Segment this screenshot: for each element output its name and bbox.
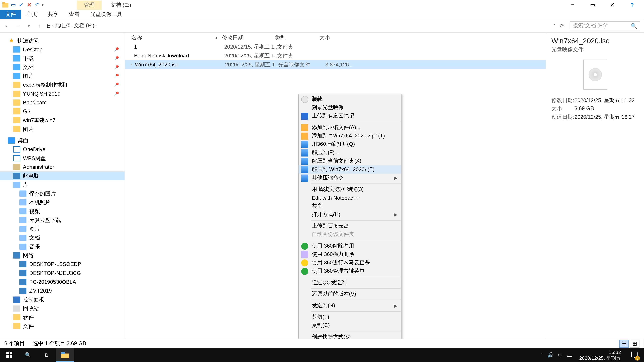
tree-item[interactable]: G:\	[0, 107, 125, 116]
tree-item[interactable]: 下载📍	[0, 54, 125, 63]
context-menu-item[interactable]: 使用 360管理右键菜单	[298, 267, 401, 275]
context-menu-item[interactable]: Edit with Notepad++	[298, 194, 401, 202]
tree-item[interactable]: 视频	[0, 207, 125, 216]
context-menu-item[interactable]: 解压到(F)...	[298, 148, 401, 157]
context-menu-item[interactable]: 装载	[298, 95, 401, 103]
context-menu-item[interactable]: 其他压缩命令▶	[298, 174, 401, 182]
context-menu-item[interactable]: 还原以前的版本(V)	[298, 290, 401, 298]
context-menu-item[interactable]: 添加到压缩文件(A)...	[298, 123, 401, 132]
context-menu-item[interactable]: 用 蜂蜜浏览器 浏览(3)	[298, 185, 401, 194]
tree-item[interactable]: 文件	[0, 322, 125, 331]
qat-delete-icon[interactable]: ✕	[26, 1, 33, 8]
qat-undo-icon[interactable]: ↶	[34, 1, 40, 8]
context-menu-item[interactable]: 复制(C)	[298, 321, 401, 330]
tree-item[interactable]: 此电脑	[0, 171, 125, 180]
tree-item[interactable]: 保存的图片	[0, 189, 125, 198]
address-dropdown[interactable]: ˅	[553, 23, 556, 28]
tray-overflow-icon[interactable]: ˄	[540, 352, 543, 358]
context-menu-item[interactable]: 共享	[298, 202, 401, 210]
tree-item[interactable]: 音乐	[0, 242, 125, 251]
tree-item[interactable]: WPS网盘	[0, 154, 125, 163]
volume-icon[interactable]: 🔊	[548, 352, 554, 358]
column-headers[interactable]: 名称 ▴ 修改日期 类型 大小	[125, 33, 546, 42]
context-menu-item[interactable]: 解压到 Win7x64_2020\ (E)	[298, 165, 401, 174]
context-menu-item[interactable]: 打开方式(H)▶	[298, 210, 401, 219]
tab-file[interactable]: 文件	[0, 10, 21, 19]
security-icon[interactable]: ▬	[567, 353, 572, 358]
search-button[interactable]: 🔍	[18, 348, 37, 362]
tree-item[interactable]: ★快速访问	[0, 36, 125, 45]
context-menu-item[interactable]: 使用 360强力删除	[298, 250, 401, 259]
view-thumbnails-button[interactable]: ▦	[630, 340, 640, 348]
context-menu-item[interactable]: 解压到当前文件夹(X)	[298, 157, 401, 165]
file-row[interactable]: BaiduNetdiskDownload2020/12/25, 星期五 1...…	[125, 51, 546, 60]
col-type[interactable]: 类型	[275, 34, 319, 41]
col-date[interactable]: 修改日期	[222, 34, 275, 41]
tree-item[interactable]: ZMT2019	[0, 286, 125, 295]
tree-item[interactable]: 库	[0, 180, 125, 189]
col-size[interactable]: 大小	[319, 34, 350, 41]
tree-item[interactable]: 网络	[0, 251, 125, 260]
qat-save-icon[interactable]: ✔	[18, 1, 25, 8]
breadcrumb-item[interactable]: 此电脑	[54, 22, 70, 30]
context-menu-item[interactable]: 上传到百度云盘	[298, 222, 401, 230]
tree-item[interactable]: DESKTOP-NJEU3CG	[0, 269, 125, 278]
tree-item[interactable]: 回收站	[0, 304, 125, 313]
tree-item[interactable]: PC-20190530OBLA	[0, 278, 125, 286]
tree-item[interactable]: Bandicam	[0, 98, 125, 107]
context-menu-item[interactable]: 使用 360解除占用	[298, 242, 401, 250]
tree-item[interactable]: 桌面	[0, 136, 125, 145]
tab-view[interactable]: 查看	[64, 10, 85, 19]
context-menu-item[interactable]: 添加到 "Win7x64_2020.zip" (T)	[298, 132, 401, 140]
nav-up[interactable]: ↑	[36, 23, 43, 29]
tree-item[interactable]: 文档	[0, 233, 125, 242]
tree-item[interactable]: 图片	[0, 125, 125, 134]
tree-item[interactable]: 本机照片	[0, 198, 125, 207]
nav-forward[interactable]: →	[14, 23, 22, 29]
refresh-button[interactable]: ⟳	[560, 23, 564, 29]
task-view-button[interactable]: ⧉	[37, 348, 56, 362]
search-input[interactable]: 搜索"文档 (E:)" 🔍	[570, 21, 640, 31]
tree-item[interactable]: OneDrive	[0, 145, 125, 154]
maximize-button[interactable]: ▭	[582, 0, 602, 10]
breadcrumb[interactable]: 🖥 › 此电脑 › 文档 (E:) ›	[46, 22, 96, 30]
context-menu-item[interactable]: 发送到(N)▶	[298, 301, 401, 310]
tree-item[interactable]: 软件	[0, 313, 125, 322]
qat-dropdown[interactable]: ▾	[42, 3, 46, 7]
context-menu-item[interactable]: 通过QQ发送到	[298, 278, 401, 287]
tree-item[interactable]: 图片	[0, 225, 125, 233]
tab-share[interactable]: 共享	[42, 10, 64, 19]
nav-tree[interactable]: ★快速访问Desktop📍下载📍文档📍图片📍excel表格制作求和📍YUNQIS…	[0, 33, 125, 349]
tab-home[interactable]: 主页	[21, 10, 42, 19]
tree-item[interactable]: excel表格制作求和📍	[0, 80, 125, 89]
tree-item[interactable]: Desktop📍	[0, 45, 125, 54]
qat-properties-icon[interactable]: ▭	[10, 1, 17, 8]
nav-recent-dropdown[interactable]: ▾	[25, 24, 33, 28]
tree-item[interactable]: win7重装win7	[0, 116, 125, 125]
tree-item[interactable]: 天翼云盘下载	[0, 216, 125, 225]
taskbar[interactable]: 🔍 ⧉ ˄ 🔊 中 ▬ 16:32 2020/12/25, 星期五 3	[0, 348, 644, 362]
minimize-button[interactable]: ━	[562, 0, 582, 10]
contextual-tab-manage[interactable]: 管理	[77, 0, 102, 9]
tab-disc-image-tools[interactable]: 光盘映像工具	[85, 10, 127, 19]
nav-back[interactable]: ←	[4, 23, 12, 29]
file-list[interactable]: 名称 ▴ 修改日期 类型 大小 12020/12/15, 星期二 1...文件夹…	[125, 33, 546, 349]
context-menu-item[interactable]: 使用 360进行木马云查杀	[298, 259, 401, 267]
context-menu-item[interactable]: 上传到有道云笔记	[298, 112, 401, 120]
col-name[interactable]: 名称	[131, 34, 224, 41]
tree-item[interactable]: YUNQISHI2019📍	[0, 89, 125, 98]
breadcrumb-item[interactable]: 文档 (E:)	[74, 22, 94, 30]
view-details-button[interactable]: ☰	[619, 340, 629, 348]
context-menu[interactable]: 装载刻录光盘映像上传到有道云笔记添加到压缩文件(A)...添加到 "Win7x6…	[298, 94, 402, 362]
context-menu-item[interactable]: 刻录光盘映像	[298, 103, 401, 112]
tree-item[interactable]: DESKTOP-LSSOEDP	[0, 260, 125, 269]
tree-item[interactable]: 文档📍	[0, 63, 125, 71]
context-menu-item[interactable]: 剪切(T)	[298, 313, 401, 321]
tree-item[interactable]: 图片📍	[0, 71, 125, 80]
tree-item[interactable]: 控制面板	[0, 295, 125, 304]
system-tray[interactable]: ˄ 🔊 中 ▬ 16:32 2020/12/25, 星期五 3	[540, 348, 644, 362]
close-button[interactable]: ✕	[602, 0, 622, 10]
action-center[interactable]: 3	[628, 348, 641, 362]
file-row[interactable]: Win7x64_2020.iso2020/12/25, 星期五 1...光盘映像…	[125, 60, 546, 69]
start-button[interactable]	[0, 348, 18, 362]
